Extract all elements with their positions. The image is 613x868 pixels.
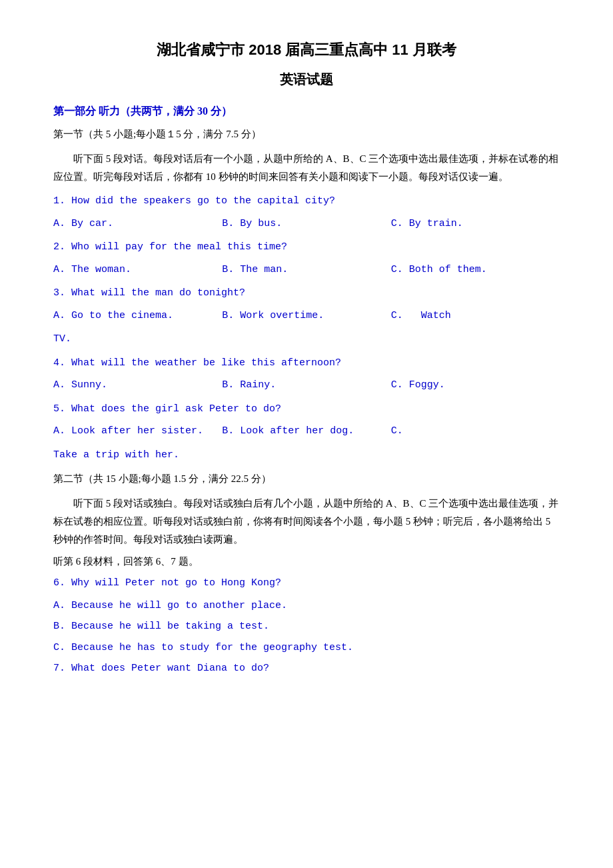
q2-option-a: A. The woman.: [53, 261, 222, 279]
subsection2-instruction: 听下面 5 段对话或独白。每段对话或独白后有几个小题，从题中所给的 A、B、C …: [53, 495, 560, 549]
question-7: 7. What does Peter want Diana to do?: [53, 660, 560, 677]
q6-option-c: C. Because he has to study for the geogr…: [53, 639, 560, 657]
q2-option-c: C. Both of them.: [391, 261, 560, 279]
subsection2-header: 第二节（共 15 小题;每小题 1.5 分，满分 22.5 分）: [53, 470, 560, 488]
subsection1: 第一节（共 5 小题;每小题１5 分，满分 7.5 分） 听下面 5 段对话。每…: [53, 125, 560, 463]
q4-option-c: C. Foggy.: [391, 377, 560, 394]
q1-option-a: A. By car.: [53, 215, 222, 233]
q3-option-a: A. Go to the cinema.: [53, 307, 222, 325]
q1-option-c: C. By train.: [391, 215, 560, 233]
subsection1-instruction: 听下面 5 段对话。每段对话后有一个小题，从题中所给的 A、B、C 三个选项中选…: [53, 150, 560, 186]
question-1: 1. How did the speakers go to the capita…: [53, 193, 560, 210]
q4-option-b: B. Rainy.: [222, 377, 390, 394]
section1-header: 第一部分 听力（共两节，满分 30 分）: [53, 105, 560, 119]
section1: 第一部分 听力（共两节，满分 30 分） 第一节（共 5 小题;每小题１5 分，…: [53, 105, 560, 677]
question-5-options: A. Look after her sister. B. Look after …: [53, 423, 560, 440]
question-5: 5. What does the girl ask Peter to do?: [53, 401, 560, 418]
question-4-options: A. Sunny. B. Rainy. C. Foggy.: [53, 377, 560, 394]
q2-option-b: B. The man.: [222, 261, 390, 279]
sub-title: 英语试题: [53, 71, 560, 89]
q5-option-c: C.: [391, 423, 560, 440]
material6-header: 听第 6 段材料，回答第 6、7 题。: [53, 555, 560, 568]
q5-option-b: B. Look after her dog.: [222, 423, 390, 440]
q6-option-a: A. Because he will go to another place.: [53, 597, 560, 615]
q1-option-b: B. By bus.: [222, 215, 390, 233]
question-1-options: A. By car. B. By bus. C. By train.: [53, 215, 560, 233]
q3-option-c: C. Watch: [391, 307, 560, 325]
q6-option-b: B. Because he will be taking a test.: [53, 618, 560, 635]
question-4: 4. What will the weather be like this af…: [53, 355, 560, 372]
subsection1-header: 第一节（共 5 小题;每小题１5 分，满分 7.5 分）: [53, 125, 560, 143]
question-6: 6. Why will Peter not go to Hong Kong?: [53, 575, 560, 592]
question-2-options: A. The woman. B. The man. C. Both of the…: [53, 261, 560, 279]
q4-option-a: A. Sunny.: [53, 377, 222, 394]
question-3-options: A. Go to the cinema. B. Work overtime. C…: [53, 307, 560, 325]
q5-option-a: A. Look after her sister.: [53, 423, 222, 440]
q3-option-b: B. Work overtime.: [222, 307, 390, 325]
subsection2: 第二节（共 15 小题;每小题 1.5 分，满分 22.5 分） 听下面 5 段…: [53, 470, 560, 677]
question-3-continuation: TV.: [53, 331, 560, 348]
question-5-continuation: Take a trip with her.: [53, 447, 560, 464]
main-title: 湖北省咸宁市 2018 届高三重点高中 11 月联考: [53, 40, 560, 60]
question-3: 3. What will the man do tonight?: [53, 285, 560, 302]
question-2: 2. Who will pay for the meal this time?: [53, 239, 560, 256]
